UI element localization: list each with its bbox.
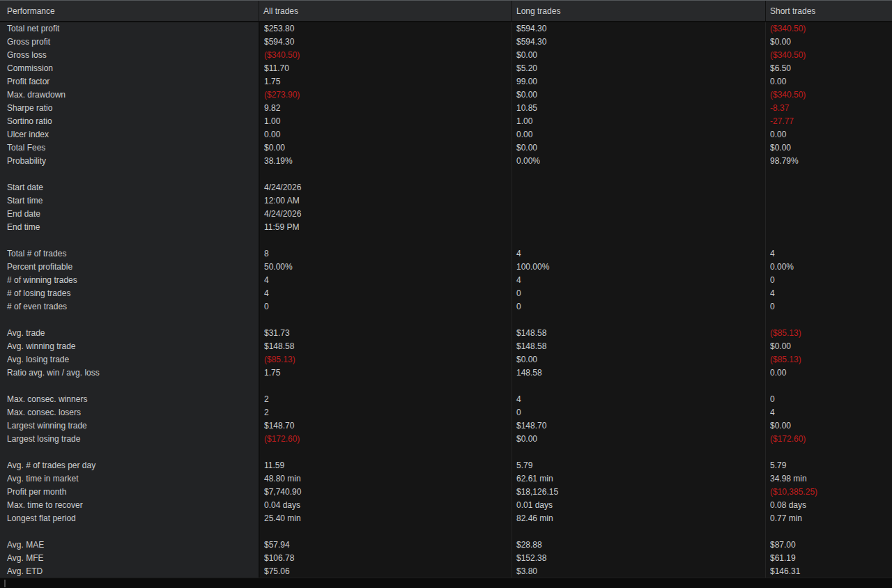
metric-value [512, 221, 765, 234]
metric-value: $0.00 [259, 141, 512, 155]
metric-label: Profit factor [0, 75, 259, 88]
table-row: # of winning trades440 [0, 274, 892, 287]
column-header-short-trades[interactable]: Short trades [765, 1, 892, 21]
metric-value: $57.94 [259, 539, 512, 552]
metric-value [765, 181, 892, 194]
table-row: Start date4/24/2026 [0, 181, 892, 194]
metric-label: Gross profit [0, 36, 259, 49]
section-spacer-row [0, 234, 892, 247]
metric-value: 4/24/2026 [259, 181, 512, 194]
table-row: Max. drawdown($273.90)$0.00($340.50) [0, 88, 892, 102]
metric-label: Sortino ratio [0, 115, 259, 128]
metric-value: $148.58 [512, 327, 765, 340]
table-row: Max. consec. losers204 [0, 406, 892, 419]
column-header-long-trades[interactable]: Long trades [512, 1, 765, 21]
metric-value: 2 [259, 406, 512, 419]
column-header-all-trades[interactable]: All trades [259, 1, 512, 21]
metric-value: ($340.50) [765, 49, 892, 62]
metric-label: Avg. trade [0, 327, 259, 340]
metric-label: Sharpe ratio [0, 102, 259, 115]
section-spacer-row [0, 525, 892, 539]
table-row: Percent profitable50.00%100.00%0.00% [0, 261, 892, 274]
metric-value: 10.85 [512, 102, 765, 115]
metric-label: # of even trades [0, 300, 259, 314]
metric-value: 12:00 AM [259, 194, 512, 208]
table-row: # of losing trades404 [0, 287, 892, 300]
metric-value: 99.00 [512, 75, 765, 88]
metric-value: $87.00 [765, 539, 892, 552]
spacer-cell [0, 446, 259, 459]
metric-label: Avg. MAE [0, 539, 259, 552]
table-row: Probability38.19%0.00%98.79% [0, 155, 892, 168]
table-row: Longest flat period25.40 min82.46 min0.7… [0, 512, 892, 525]
table-row: Largest winning trade$148.70$148.70$0.00 [0, 419, 892, 433]
metric-label: Avg. time in market [0, 472, 259, 486]
metric-label: Largest winning trade [0, 419, 259, 433]
grid-header-row: Performance All trades Long trades Short… [0, 0, 892, 22]
metric-value: -8.37 [765, 102, 892, 115]
metric-value: $6.50 [765, 62, 892, 75]
table-row: Avg. # of trades per day11.595.795.79 [0, 459, 892, 472]
metric-value: 4 [765, 247, 892, 261]
metric-value: $31.73 [259, 327, 512, 340]
metric-label: Commission [0, 62, 259, 75]
spacer-cell [0, 380, 259, 393]
bottom-panel-strip [0, 578, 892, 588]
metric-label: Avg. MFE [0, 552, 259, 565]
table-row: Gross loss($340.50)$0.00($340.50) [0, 49, 892, 62]
spacer-cell [512, 380, 765, 393]
table-row: Avg. MAE$57.94$28.88$87.00 [0, 539, 892, 552]
column-header-performance[interactable]: Performance [0, 1, 259, 21]
spacer-cell [259, 525, 512, 539]
metric-value: $3.80 [512, 565, 765, 578]
spacer-cell [765, 525, 892, 539]
metric-label: Total net profit [0, 22, 259, 36]
section-spacer-row [0, 314, 892, 327]
metric-label: Ratio avg. win / avg. loss [0, 366, 259, 380]
section-spacer-row [0, 168, 892, 181]
metric-value: 9.82 [259, 102, 512, 115]
metric-label: # of winning trades [0, 274, 259, 287]
metric-value: $0.00 [512, 433, 765, 446]
metric-value: $0.00 [512, 88, 765, 102]
metric-label: Ulcer index [0, 128, 259, 141]
metric-value: $146.31 [765, 565, 892, 578]
metric-value: $594.30 [512, 36, 765, 49]
spacer-cell [765, 234, 892, 247]
spacer-cell [259, 234, 512, 247]
metric-value: $28.88 [512, 539, 765, 552]
table-row: Sharpe ratio9.8210.85-8.37 [0, 102, 892, 115]
metric-label: Profit per month [0, 486, 259, 499]
spacer-cell [765, 168, 892, 181]
table-row: Commission$11.70$5.20$6.50 [0, 62, 892, 75]
metric-value: 4 [259, 287, 512, 300]
metric-value: 4/24/2026 [259, 208, 512, 221]
metric-value: 0 [512, 287, 765, 300]
panel-resize-grip[interactable] [4, 580, 6, 587]
table-row: Ratio avg. win / avg. loss1.75148.580.00 [0, 366, 892, 380]
metric-label: Avg. winning trade [0, 340, 259, 353]
table-row: Total # of trades844 [0, 247, 892, 261]
spacer-cell [259, 314, 512, 327]
metric-value: 4 [512, 393, 765, 406]
metric-value: 1.00 [512, 115, 765, 128]
table-row: Avg. losing trade($85.13)$0.00($85.13) [0, 353, 892, 366]
spacer-cell [0, 168, 259, 181]
metric-value: $75.06 [259, 565, 512, 578]
metric-value [512, 208, 765, 221]
metric-value: $0.00 [765, 36, 892, 49]
metric-value: 5.79 [512, 459, 765, 472]
metric-value: 0 [765, 274, 892, 287]
metric-value: 25.40 min [259, 512, 512, 525]
metric-value: 0 [765, 393, 892, 406]
spacer-cell [512, 314, 765, 327]
spacer-cell [0, 314, 259, 327]
table-row: Avg. time in market48.80 min62.61 min34.… [0, 472, 892, 486]
metric-value: 4 [765, 406, 892, 419]
metric-label: Total # of trades [0, 247, 259, 261]
metric-value: $148.58 [259, 340, 512, 353]
metric-value: 0.00% [512, 155, 765, 168]
metric-value: $594.30 [512, 22, 765, 36]
section-spacer-row [0, 380, 892, 393]
metric-value: 0.00 [765, 75, 892, 88]
